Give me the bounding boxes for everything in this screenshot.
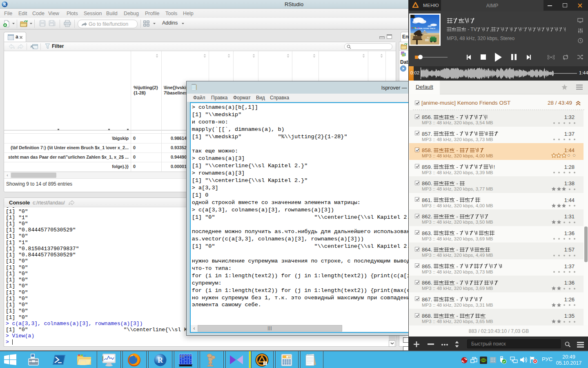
svg-text:R: R bbox=[158, 356, 163, 364]
svg-text:0: 0 bbox=[288, 356, 290, 358]
